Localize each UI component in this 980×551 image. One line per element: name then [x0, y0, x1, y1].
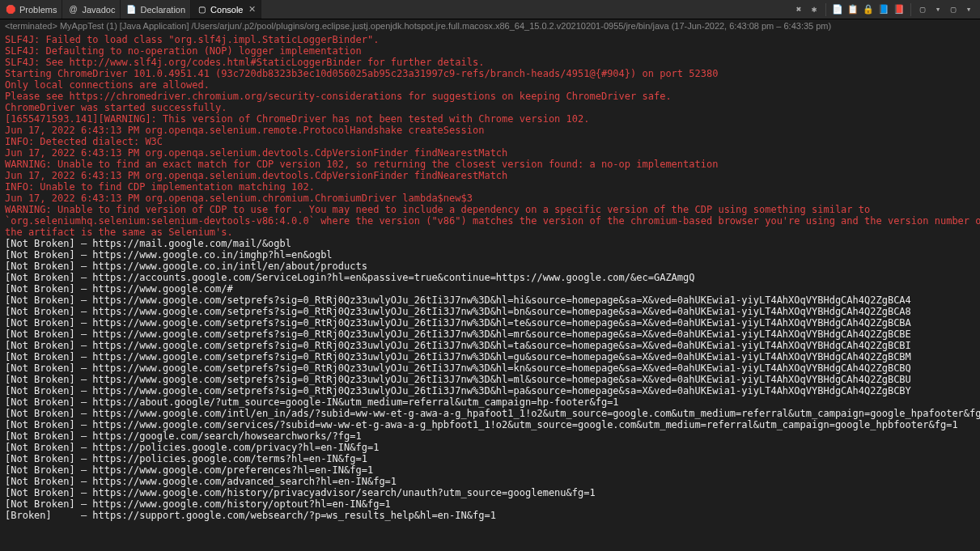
- open-console-icon[interactable]: ▢: [947, 3, 960, 16]
- console-line: `org.seleniumhq.selenium:selenium-devtoo…: [5, 215, 975, 227]
- scroll-lock-icon[interactable]: 🔒: [862, 3, 875, 16]
- console-line: [Not Broken] – https://www.google.com/se…: [5, 340, 975, 351]
- console-line: [Not Broken] – https://www.google.co.in/…: [5, 249, 975, 261]
- tab-javadoc[interactable]: @ Javadoc: [62, 0, 121, 19]
- console-line: [Not Broken] – https://www.google.com/hi…: [5, 487, 975, 498]
- console-line: the artifact is the same as Selenium's.: [5, 227, 975, 238]
- console-process-status: <terminated> MyAppTest (1) [Java Applica…: [0, 19, 980, 32]
- terminated-label: <terminated>: [5, 21, 57, 31]
- console-line: Only local connections are allowed.: [5, 79, 975, 91]
- console-line: [Not Broken] – https://www.google.com/#: [5, 283, 975, 295]
- display-console-dropdown-icon[interactable]: ▾: [931, 3, 944, 16]
- display-console-icon[interactable]: ▢: [916, 3, 929, 16]
- app-name: MyAppTest (1) [Java Application]: [60, 21, 189, 31]
- console-line: SLF4J: Defaulting to no-operation (NOP) …: [5, 45, 975, 57]
- console-line: [Not Broken] – https://www.google.com/se…: [5, 374, 975, 385]
- clear-console-icon[interactable]: 📄: [831, 3, 844, 16]
- console-line: INFO: Detected dialect: W3C: [5, 136, 975, 147]
- close-icon[interactable]: ✕: [248, 4, 256, 15]
- javadoc-icon: @: [67, 4, 78, 15]
- tab-label: Problems: [19, 5, 57, 15]
- console-line: [Not Broken] – https://policies.google.c…: [5, 442, 975, 453]
- remove-all-icon[interactable]: ✱: [808, 3, 821, 16]
- open-console-dropdown-icon[interactable]: ▾: [962, 3, 975, 16]
- console-line: [Not Broken] – https://www.google.com/se…: [5, 351, 975, 362]
- run-timestamp: (17-Jun-2022, 6:43:08 pm – 6:43:35 pm): [672, 21, 832, 31]
- console-line: SLF4J: Failed to load class "org.slf4j.i…: [5, 34, 975, 45]
- console-line: Jun 17, 2022 6:43:13 PM org.openqa.selen…: [5, 170, 975, 181]
- console-line: [Not Broken] – https://mail.google.com/m…: [5, 238, 975, 249]
- console-line: Jun 17, 2022 6:43:13 PM org.openqa.selen…: [5, 125, 975, 136]
- view-tab-bar: 🛑 Problems @ Javadoc 📄 Declaration ▢ Con…: [0, 0, 980, 19]
- declaration-icon: 📄: [125, 4, 137, 15]
- console-line: [1655471593.141][WARNING]: This version …: [5, 113, 975, 125]
- console-line: SLF4J: See http://www.slf4j.org/codes.ht…: [5, 57, 975, 68]
- console-icon: ▢: [196, 4, 207, 15]
- console-line: [Not Broken] – https://www.google.com/se…: [5, 385, 975, 396]
- separator: [910, 3, 911, 16]
- console-line: WARNING: Unable to find an exact match f…: [5, 159, 975, 170]
- console-line: [Not Broken] – https://www.google.com/se…: [5, 306, 975, 317]
- tab-label: Declaration: [140, 5, 185, 15]
- console-line: [Not Broken] – https://policies.google.c…: [5, 453, 975, 464]
- remove-launch-icon[interactable]: ✖: [792, 3, 805, 16]
- separator: [825, 3, 826, 16]
- console-line: [Not Broken] – https://www.google.com/pr…: [5, 464, 975, 476]
- console-line: [Not Broken] – https://www.google.com/hi…: [5, 498, 975, 510]
- console-output[interactable]: SLF4J: Failed to load class "org.slf4j.i…: [0, 32, 980, 523]
- tab-declaration[interactable]: 📄 Declaration: [121, 0, 191, 19]
- console-line: WARNING: Unable to find version of CDP t…: [5, 204, 975, 215]
- console-toolbar: ✖ ✱ 📄 📋 🔒 📘 📕 ▢ ▾ ▢ ▾: [792, 3, 980, 16]
- console-line: [Not Broken] – https://www.google.com/se…: [5, 328, 975, 340]
- console-line: Please see https://chromedriver.chromium…: [5, 91, 975, 102]
- show-stdout-icon[interactable]: 📘: [877, 3, 890, 16]
- console-line: [Not Broken] – https://accounts.google.c…: [5, 272, 975, 283]
- show-stderr-icon[interactable]: 📕: [893, 3, 906, 16]
- tab-console[interactable]: ▢ Console ✕: [191, 0, 261, 19]
- problems-icon: 🛑: [5, 4, 16, 15]
- console-line: [Not Broken] – https://www.google.com/se…: [5, 362, 975, 374]
- console-line: [Broken] – https://support.google.com/we…: [5, 510, 975, 521]
- pin-console-icon[interactable]: 📋: [846, 3, 859, 16]
- tab-label: Console: [210, 5, 243, 15]
- console-line: [Not Broken] – https://www.google.com/ad…: [5, 476, 975, 487]
- console-line: [Not Broken] – https://www.google.com/in…: [5, 408, 975, 419]
- console-line: INFO: Unable to find CDP implementation …: [5, 181, 975, 193]
- tab-problems[interactable]: 🛑 Problems: [0, 0, 62, 19]
- console-line: [Not Broken] – https://www.google.co.in/…: [5, 261, 975, 272]
- console-line: [Not Broken] – https://www.google.com/se…: [5, 419, 975, 430]
- console-line: Starting ChromeDriver 101.0.4951.41 (93c…: [5, 68, 975, 79]
- console-line: [Not Broken] – https://www.google.com/se…: [5, 295, 975, 306]
- console-line: [Not Broken] – https://google.com/search…: [5, 430, 975, 442]
- console-line: [Not Broken] – https://about.google/?utm…: [5, 396, 975, 408]
- tab-label: Javadoc: [82, 5, 115, 15]
- console-line: Jun 17, 2022 6:43:13 PM org.openqa.selen…: [5, 147, 975, 159]
- java-binary-path: /Users/arjun/.p2/pool/plugins/org.eclips…: [192, 21, 669, 31]
- console-line: Jun 17, 2022 6:43:13 PM org.openqa.selen…: [5, 193, 975, 204]
- console-line: ChromeDriver was started successfully.: [5, 102, 975, 113]
- console-line: [Not Broken] – https://www.google.com/se…: [5, 317, 975, 328]
